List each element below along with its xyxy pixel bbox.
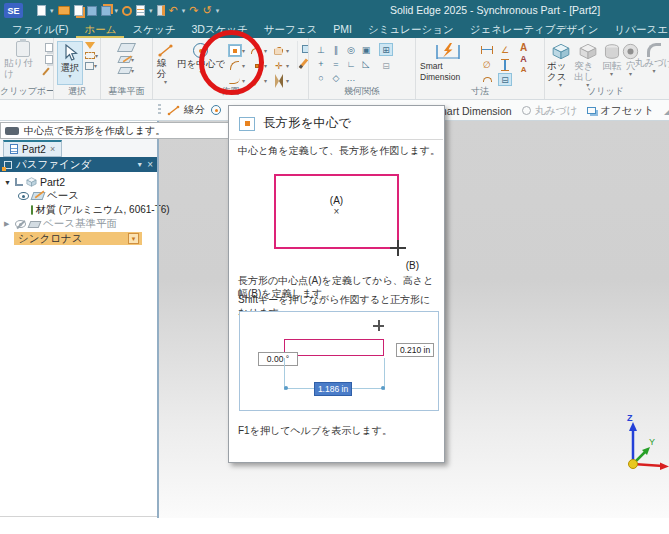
- perpendicular-button[interactable]: ⊥: [314, 43, 328, 56]
- new-caret-icon[interactable]: ▾: [50, 7, 54, 14]
- drawn-rectangle: [284, 339, 384, 356]
- expand-open-icon[interactable]: ▼: [4, 179, 12, 186]
- command-round[interactable]: 丸みづけ: [522, 104, 578, 118]
- select-button[interactable]: 選択 ▾: [57, 41, 83, 85]
- copy-special-icon[interactable]: [45, 55, 53, 64]
- expand-closed-icon[interactable]: ▶: [4, 220, 12, 228]
- line-button[interactable]: 線分 ▾: [157, 41, 174, 85]
- group-solids-label: ソリッド: [545, 85, 669, 98]
- open-icon[interactable]: [58, 6, 70, 15]
- tree-item-base[interactable]: ベース: [0, 189, 157, 203]
- settings-icon[interactable]: [122, 6, 132, 16]
- extrude-button[interactable]: 突き出し ▾: [574, 41, 601, 88]
- more-relations-button[interactable]: …: [344, 71, 358, 84]
- pathfinder-filter-icon[interactable]: ▼: [136, 161, 143, 168]
- redo-icon[interactable]: ↷: [189, 5, 198, 16]
- smart-dimension-button[interactable]: Smart Dimension: [420, 41, 476, 83]
- tab-home[interactable]: ホーム: [76, 21, 124, 38]
- vertical-dimension-button[interactable]: [498, 58, 512, 71]
- ref-plane-icon: [28, 221, 42, 228]
- properties-icon[interactable]: [136, 5, 145, 16]
- tree-item-base-ref-planes[interactable]: ▶ ベース基準平面: [0, 217, 157, 231]
- rectangle-select-icon[interactable]: [85, 52, 95, 59]
- toolbar-grip[interactable]: [158, 104, 161, 116]
- center-marker: ×: [334, 206, 340, 217]
- text-profile-icon[interactable]: A: [520, 54, 527, 64]
- line-icon: [157, 44, 174, 57]
- undo-caret-icon[interactable]: ▾: [182, 7, 186, 14]
- concentric-button[interactable]: ◎: [344, 43, 358, 56]
- sketch-pencil-icon[interactable]: [299, 58, 308, 68]
- visibility-off-icon[interactable]: [15, 220, 26, 228]
- tab-simulation[interactable]: シミュレーション: [360, 21, 462, 38]
- annotation-text-icon[interactable]: A: [520, 43, 527, 53]
- tooltip-footer: F1を押してヘルプを表示します。: [238, 424, 392, 438]
- round-button[interactable]: 丸みづけ ▾: [639, 41, 669, 74]
- repeat-icon[interactable]: ↺: [203, 5, 212, 16]
- save-caret-icon[interactable]: ▾: [115, 7, 119, 14]
- horizontal-vertical-button[interactable]: +: [314, 57, 328, 70]
- clipped-command-icon[interactable]: ◢: [664, 106, 669, 116]
- copy-document-icon[interactable]: [74, 5, 83, 16]
- parallel-icon: ∥: [334, 45, 339, 55]
- polygon-button[interactable]: [272, 44, 286, 57]
- visibility-eye-icon[interactable]: [18, 192, 29, 200]
- lock-button[interactable]: ▣: [359, 43, 373, 56]
- tree-item-material[interactable]: 材質 (アルミニウム, 6061-T6): [0, 203, 157, 217]
- save-icon[interactable]: [87, 6, 97, 16]
- close-document-icon[interactable]: [157, 5, 165, 16]
- tangent-button[interactable]: ◺: [359, 57, 373, 70]
- tree-item-synchronous[interactable]: シンクロナス ▾: [14, 232, 142, 245]
- parallel-button[interactable]: ∥: [329, 43, 343, 56]
- tab-sketch[interactable]: スケッチ: [124, 21, 183, 38]
- line-command-icon: [167, 105, 180, 116]
- select-filter-icon[interactable]: [85, 42, 95, 49]
- symmetric-button[interactable]: ◇: [329, 71, 343, 84]
- panel-divider[interactable]: [157, 121, 159, 518]
- format-painter-icon[interactable]: [42, 67, 49, 75]
- keypoint-icon[interactable]: [302, 45, 309, 53]
- new-document-icon[interactable]: [37, 5, 46, 16]
- document-icon: [10, 144, 18, 154]
- tab-surface[interactable]: サーフェス: [256, 21, 325, 38]
- properties-caret-icon[interactable]: ▾: [149, 7, 153, 14]
- move-button[interactable]: ✛: [272, 59, 286, 72]
- distance-between-button[interactable]: [480, 43, 494, 56]
- text-scale-icon[interactable]: A: [521, 65, 527, 75]
- box-select-icon[interactable]: [85, 62, 94, 70]
- box-button[interactable]: ボックス ▾: [547, 41, 574, 88]
- tab-reverse-engineering[interactable]: リバースエンジニアリング: [606, 21, 669, 38]
- tab-generative-design[interactable]: ジェネレーティブデザイン: [462, 21, 607, 38]
- tab-pmi[interactable]: PMI: [325, 21, 360, 38]
- pathfinder-title: パスファインダ: [16, 158, 91, 172]
- pathfinder-close-icon[interactable]: ×: [147, 160, 153, 170]
- command-offset[interactable]: オフセット: [587, 104, 654, 118]
- paste-button[interactable]: 貼り付け: [4, 41, 41, 79]
- relation-assistant-icon: ⊟: [382, 61, 390, 71]
- diameter-button[interactable]: ∅: [480, 58, 494, 71]
- circle-command-icon[interactable]: [211, 105, 221, 115]
- relation-assistant-button[interactable]: ⊟: [379, 59, 393, 72]
- document-tab-part2[interactable]: Part2 ×: [3, 140, 62, 157]
- right-angle-button[interactable]: ∟: [344, 57, 358, 70]
- revolve-button[interactable]: 回転 ▾: [601, 41, 622, 77]
- pathfinder-header[interactable]: パスファインダ ▼ ×: [0, 157, 157, 172]
- coincident-plane-icon[interactable]: [117, 43, 136, 52]
- round-command-icon: [522, 106, 531, 115]
- angle-between-button[interactable]: ∠: [498, 43, 512, 56]
- synchronous-badge-icon[interactable]: ▾: [128, 233, 139, 244]
- copy-icon[interactable]: [45, 43, 53, 52]
- equal-button[interactable]: =: [329, 57, 343, 70]
- group-dimension: Smart Dimension ∠ ∅ ⊟ A A A 寸法: [416, 38, 545, 99]
- tab-file[interactable]: ファイル(F): [4, 21, 76, 38]
- maintain-relations-button[interactable]: ⊞: [379, 43, 393, 56]
- undo-icon[interactable]: ↶: [169, 5, 178, 16]
- qat-customize-caret-icon[interactable]: ▾: [216, 7, 220, 14]
- relations-grid: ⊥ ∥ ◎ ▣ + = ∟ ◺ ○ ◇ …: [314, 41, 374, 85]
- document-close-icon[interactable]: ×: [50, 144, 55, 154]
- app-logo[interactable]: SE: [4, 3, 23, 18]
- tree-item-part2[interactable]: ▼ Part2: [0, 175, 157, 189]
- save-as-icon[interactable]: [101, 6, 111, 16]
- command-line[interactable]: 線分: [167, 103, 205, 117]
- connect-button[interactable]: ○: [314, 71, 328, 84]
